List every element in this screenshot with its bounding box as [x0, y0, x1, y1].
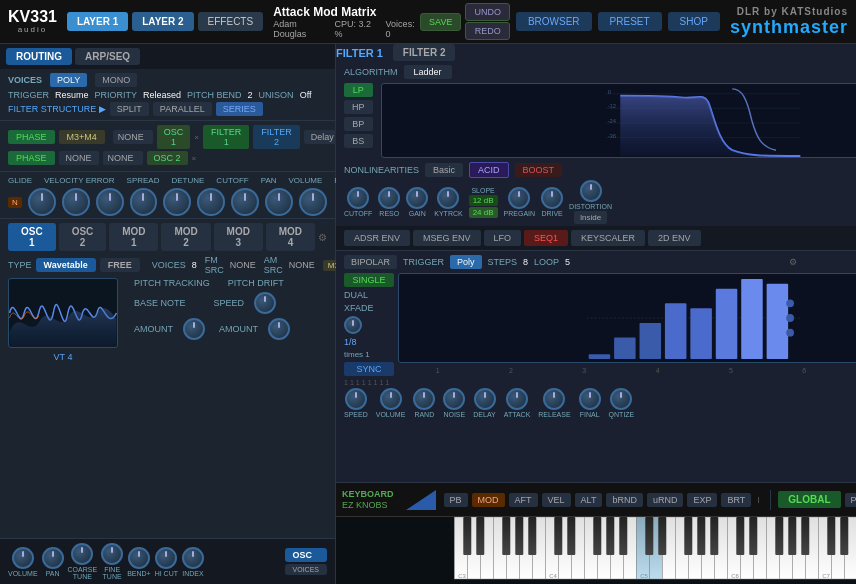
- single-button[interactable]: SINGLE: [344, 273, 394, 287]
- db-24-badge[interactable]: 24 dB: [469, 207, 498, 218]
- bs-button[interactable]: BS: [344, 134, 373, 148]
- detune-knob[interactable]: [130, 188, 158, 216]
- aft-button[interactable]: AFT: [509, 493, 538, 507]
- routing-tab[interactable]: ROUTING: [6, 48, 72, 65]
- browser-button[interactable]: BROWSER: [516, 12, 592, 31]
- split-button[interactable]: SPLIT: [110, 102, 149, 116]
- bend-knob[interactable]: [128, 547, 150, 569]
- bipolar-btn[interactable]: BIPOLAR: [344, 255, 397, 269]
- global-button[interactable]: GLOBAL: [778, 491, 840, 508]
- keyboard-svg[interactable]: // This is handled inline below: [340, 517, 856, 582]
- osc-highlight[interactable]: OSC: [285, 548, 327, 562]
- undo-button[interactable]: UNDO: [465, 3, 510, 21]
- osc2-button[interactable]: OSC 2: [147, 151, 188, 165]
- qntize-knob[interactable]: [610, 388, 632, 410]
- none-select-2[interactable]: NONE: [103, 151, 143, 165]
- parallel-button[interactable]: PARALLEL: [153, 102, 212, 116]
- alt-button[interactable]: ALT: [575, 493, 603, 507]
- index-knob[interactable]: [182, 547, 204, 569]
- save-button[interactable]: SAVE: [420, 13, 461, 31]
- noise-knob[interactable]: [443, 388, 465, 410]
- seq1-tab[interactable]: SEQ1: [524, 230, 568, 246]
- amount-knob[interactable]: [183, 318, 205, 340]
- preset-button[interactable]: PRESET: [598, 12, 662, 31]
- fine-knob[interactable]: [101, 543, 123, 565]
- filter2-tab[interactable]: FILTER 2: [393, 44, 456, 61]
- cutoff-main-knob[interactable]: [347, 187, 369, 209]
- db-badge[interactable]: 12 dB: [469, 195, 498, 206]
- osc1-button[interactable]: OSC 1: [157, 125, 191, 149]
- mod-m3m4-button[interactable]: M3+M4: [59, 130, 105, 144]
- hp-button[interactable]: HP: [344, 100, 373, 114]
- vol-seq-knob[interactable]: [380, 388, 402, 410]
- lp-button[interactable]: LP: [344, 83, 373, 97]
- adsr-tab[interactable]: ADSR ENV: [344, 230, 410, 246]
- mod1-tab[interactable]: MOD 1: [109, 223, 158, 251]
- coarse-knob[interactable]: [71, 543, 93, 565]
- osc-gear-icon[interactable]: ⚙: [318, 232, 327, 243]
- glide-knob[interactable]: [28, 188, 56, 216]
- vel-button[interactable]: VEL: [542, 493, 571, 507]
- hicut-knob[interactable]: [155, 547, 177, 569]
- seq-gear-icon[interactable]: ⚙: [789, 257, 797, 267]
- distortion-knob[interactable]: [580, 180, 602, 202]
- basic-button[interactable]: Basic: [425, 163, 463, 177]
- preset-vel-btn[interactable]: PRESET: [845, 493, 856, 507]
- amount2-knob[interactable]: [268, 318, 290, 340]
- speed-seq-knob[interactable]: [345, 388, 367, 410]
- urnd-button[interactable]: uRND: [647, 493, 684, 507]
- final-knob[interactable]: [579, 388, 601, 410]
- mod4-tab[interactable]: MOD 4: [266, 223, 315, 251]
- redo-button[interactable]: REDO: [465, 22, 510, 40]
- reso-knob[interactable]: [378, 187, 400, 209]
- kytrck-knob[interactable]: [437, 187, 459, 209]
- mod-button[interactable]: MOD: [472, 493, 505, 507]
- 2d-env-tab[interactable]: 2D ENV: [648, 230, 701, 246]
- layer1-button[interactable]: LAYER 1: [67, 12, 128, 31]
- filter1-route-button[interactable]: FILTER 1: [203, 125, 249, 149]
- release-knob[interactable]: [543, 388, 565, 410]
- phase-button-1[interactable]: PHASE: [8, 130, 55, 144]
- gain-knob[interactable]: [406, 187, 428, 209]
- boost-button[interactable]: BOOST: [515, 163, 563, 177]
- cutoff-knob-vel[interactable]: [163, 188, 191, 216]
- poly-button[interactable]: POLY: [50, 73, 87, 87]
- effects-button[interactable]: EFFECTS: [198, 12, 264, 31]
- drive-knob[interactable]: [541, 187, 563, 209]
- none-select-1[interactable]: NONE: [113, 130, 153, 144]
- osc1-tab[interactable]: OSC 1: [8, 223, 56, 251]
- mod2-tab[interactable]: MOD 2: [161, 223, 210, 251]
- bp-button[interactable]: BP: [344, 117, 373, 131]
- pan-knob[interactable]: [197, 188, 225, 216]
- filter2-route-button[interactable]: FILTER 2: [253, 125, 299, 149]
- pregain-knob[interactable]: [508, 187, 530, 209]
- lfo-tab[interactable]: LFO: [484, 230, 522, 246]
- pan-knob-osc[interactable]: [42, 547, 64, 569]
- mseg-tab[interactable]: MSEG ENV: [413, 230, 481, 246]
- vel-error-knob[interactable]: [62, 188, 90, 216]
- poly-seq-btn[interactable]: Poly: [450, 255, 482, 269]
- volume-knob-osc[interactable]: [12, 547, 34, 569]
- spread-knob[interactable]: [96, 188, 124, 216]
- delay-seq-knob[interactable]: [474, 388, 496, 410]
- vpan-knob[interactable]: [265, 188, 293, 216]
- series-button[interactable]: SERIES: [216, 102, 263, 116]
- xfade-knob[interactable]: [344, 316, 362, 334]
- pitch-knob[interactable]: [299, 188, 327, 216]
- shop-button[interactable]: SHOP: [668, 12, 720, 31]
- exp-button[interactable]: EXP: [687, 493, 717, 507]
- mono-button[interactable]: MONO: [95, 73, 137, 87]
- layer2-button[interactable]: LAYER 2: [132, 12, 193, 31]
- attack-knob[interactable]: [506, 388, 528, 410]
- algorithm-val[interactable]: Ladder: [404, 65, 452, 79]
- arp-seq-tab[interactable]: ARP/SEQ: [75, 48, 140, 65]
- brt-button[interactable]: BRT: [721, 493, 751, 507]
- sync-button[interactable]: SYNC: [344, 362, 394, 376]
- pb-button[interactable]: PB: [444, 493, 468, 507]
- free-button[interactable]: FREE: [100, 258, 140, 272]
- brnd-button[interactable]: bRND: [606, 493, 643, 507]
- acid-button[interactable]: ACID: [469, 162, 509, 178]
- mod3-tab[interactable]: MOD 3: [214, 223, 263, 251]
- osc2-tab[interactable]: OSC 2: [59, 223, 107, 251]
- vol-knob[interactable]: [231, 188, 259, 216]
